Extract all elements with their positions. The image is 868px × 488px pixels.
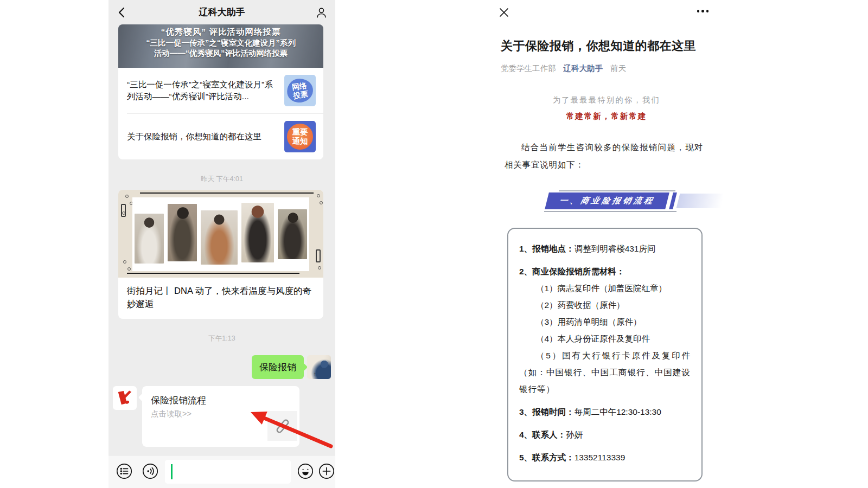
- user-avatar[interactable]: ↑: [307, 355, 331, 379]
- box-item-value: 孙妍: [566, 430, 583, 439]
- article-page: 关于保险报销，你想知道的都在这里 党委学生工作部 辽科大助手 前天 为了最最最特…: [488, 0, 725, 488]
- box-subitem: （5）国有大行银行卡原件及复印件（如：中国银行、中国工商银行、中国建设银行等）: [519, 347, 691, 397]
- chat-title: 辽科大助手: [199, 6, 245, 18]
- chat-screen: 辽科大助手 “优秀寝风” 评比活动网络投票 “三比一促一传承”之“寝室文化建设月…: [108, 0, 335, 488]
- intro-line-highlight: 常建常新，常新常建: [488, 111, 725, 121]
- timestamp: 下午1:13: [108, 334, 335, 343]
- box-item-label: 2、商业保险报销所需材料：: [519, 267, 625, 276]
- account-logo-icon: [116, 389, 134, 407]
- voice-button[interactable]: [142, 463, 158, 479]
- box-subitem: （4）本人身份证原件及复印件: [519, 330, 691, 347]
- box-item-label: 4、联系人：: [519, 430, 566, 439]
- chat-input-bar: [108, 455, 335, 488]
- hero-line: 活动——“优秀寝风”评比活动网络投票: [118, 48, 323, 59]
- link-card-subtitle: 点击读取>>: [151, 409, 192, 419]
- official-account-avatar[interactable]: [113, 386, 137, 410]
- hero-overlay: “优秀寝风” 评比活动网络投票 “三比一促一传承”之“寝室文化建设月”系列 活动…: [118, 24, 323, 68]
- link-icon-tile: [267, 411, 297, 441]
- frame-dot: [317, 194, 320, 197]
- byline: 党委学生工作部 辽科大助手 前天: [501, 63, 626, 74]
- box-subitem: （2）药费收据（原件）: [519, 297, 691, 313]
- box-item-label: 1、报销地点：: [519, 244, 575, 253]
- banner-haze: [676, 194, 725, 208]
- collage-inner: [132, 197, 309, 271]
- frame-slot: [121, 204, 126, 217]
- link-icon: [273, 417, 292, 435]
- chat-header: 辽科大助手: [108, 0, 335, 24]
- person-icon: [315, 7, 328, 19]
- collage-photo: [135, 214, 164, 264]
- frame-slot: [316, 249, 321, 262]
- collage-photo: [278, 209, 307, 259]
- photo-collage: [118, 190, 323, 278]
- collage-photo: [168, 204, 197, 261]
- more-options-button[interactable]: [697, 10, 709, 12]
- intro-paragraph: 结合当前学生咨询较多的保险报销问题，现对相关事宜说明如下：: [505, 139, 703, 174]
- box-item: 2、商业保险报销所需材料：: [519, 263, 691, 280]
- collage-photo: [241, 203, 274, 262]
- box-item-label: 5、联系方式：: [519, 453, 575, 462]
- info-box: 1、报销地点：调整到明睿楼431房间 2、商业保险报销所需材料： （1）病志复印…: [507, 228, 703, 481]
- photo-post-card[interactable]: 街拍月记丨 DNA 动了，快来看温度与风度的奇妙邂逅: [118, 190, 323, 319]
- article-list-item[interactable]: “三比一促一传承”之“寝室文化建设月”系列活动——“优秀寝训”评比活动... 网…: [118, 68, 323, 113]
- close-icon: [498, 7, 510, 18]
- chevron-left-icon: [118, 7, 125, 18]
- box-item-value: 每周二中午12:30-13:30: [575, 407, 661, 416]
- box-subitem: （3）用药清单明细（原件）: [519, 313, 691, 330]
- article-page-title: 关于保险报销，你想知道的都在这里: [501, 38, 718, 54]
- article-thumbnail: 网络 投票: [284, 75, 316, 106]
- frame-dot: [320, 201, 323, 204]
- article-title: 关于保险报销，你想知道的都在这里: [127, 131, 278, 143]
- more-icon: [706, 10, 709, 12]
- banner-ribbon: 一、商业险报销流程: [545, 192, 669, 209]
- banner-ribbon-sliver: [669, 192, 677, 209]
- back-button[interactable]: [115, 6, 128, 19]
- article-card[interactable]: “优秀寝风” 评比活动网络投票 “三比一促一传承”之“寝室文化建设月”系列 活动…: [118, 24, 323, 159]
- menu-toggle-button[interactable]: [116, 463, 132, 479]
- frame-dot: [318, 266, 321, 269]
- box-subitem: （1）病志复印件（加盖医院红章）: [519, 280, 691, 297]
- emoji-icon: [297, 463, 314, 479]
- hero-line: “优秀寝风” 评比活动网络投票: [118, 26, 323, 38]
- chat-input[interactable]: [165, 460, 291, 484]
- close-button[interactable]: [498, 7, 510, 18]
- post-title: 街拍月记丨 DNA 动了，快来看温度与风度的奇妙邂逅: [118, 278, 323, 319]
- box-item-label: 3、报销时间：: [519, 407, 575, 416]
- contact-button[interactable]: [315, 6, 328, 19]
- sent-message-text: 保险报销: [259, 361, 296, 374]
- frame-line: [140, 192, 314, 194]
- article-title: “三比一促一传承”之“寝室文化建设月”系列活动——“优秀寝训”评比活动...: [127, 79, 278, 102]
- hero-line: “三比一促一传承”之“寝室文化建设月”系列: [118, 38, 323, 48]
- collage-photo: [201, 210, 238, 265]
- frame-dot: [123, 260, 126, 264]
- more-icon: [697, 10, 700, 12]
- timestamp: 昨天 下午4:01: [108, 175, 335, 184]
- text-caret: [171, 464, 173, 479]
- banner-top-line: [559, 190, 675, 191]
- more-attach-button[interactable]: [318, 463, 335, 479]
- link-message-card[interactable]: 保险报销流程 点击读取>>: [142, 386, 299, 447]
- avatar-detail: ↑: [314, 371, 316, 377]
- box-item: 1、报销地点：调整到明睿楼431房间: [519, 240, 691, 257]
- frame-dot: [125, 195, 129, 198]
- emoji-button[interactable]: [297, 463, 314, 479]
- article-list-item[interactable]: 关于保险报销，你想知道的都在这里 重要 通知: [118, 114, 323, 159]
- article-hero-image[interactable]: “优秀寝风” 评比活动网络投票 “三比一促一传承”之“寝室文化建设月”系列 活动…: [118, 24, 323, 68]
- sent-message-bubble[interactable]: 保险报销: [252, 355, 304, 379]
- frame-dot: [127, 267, 131, 271]
- box-item: 4、联系人：孙妍: [519, 426, 691, 443]
- byline-date: 前天: [610, 63, 626, 74]
- box-item: 5、联系方式：13352113339: [519, 449, 691, 466]
- intro-line: 为了最最最特别的你，我们: [488, 95, 725, 105]
- thumb-text-line: 通知: [292, 137, 308, 146]
- frame-line: [127, 273, 299, 274]
- article-thumbnail: 重要 通知: [284, 121, 316, 152]
- byline-account-link[interactable]: 辽科大助手: [564, 63, 603, 74]
- thumb-text: 重要 通知: [284, 121, 316, 152]
- box-item: 3、报销时间：每周二中午12:30-13:30: [519, 403, 691, 420]
- banner-bottom-line: [544, 211, 676, 212]
- menu-icon: [116, 463, 132, 479]
- thumb-text: 网络 投票: [284, 75, 316, 106]
- more-icon: [701, 10, 704, 12]
- byline-department: 党委学生工作部: [501, 63, 556, 74]
